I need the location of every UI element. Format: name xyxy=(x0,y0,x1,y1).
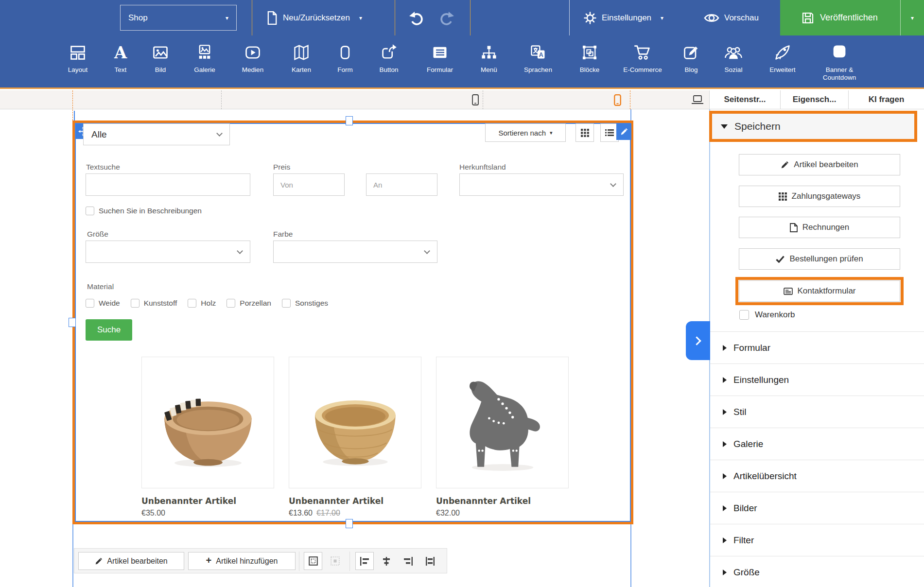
publish-dropdown-button[interactable]: ▾ xyxy=(901,0,924,35)
section-header-speichern[interactable]: Speichern xyxy=(709,111,917,142)
tool-image[interactable]: Bild xyxy=(137,43,184,74)
price-to-input[interactable]: An xyxy=(366,173,437,196)
preview-button[interactable]: Vorschau xyxy=(704,0,759,35)
category-select[interactable]: Alle xyxy=(83,123,230,145)
gray-horse-figurine-image xyxy=(447,367,558,479)
textsearch-input[interactable] xyxy=(86,173,250,196)
caret-right-icon xyxy=(723,537,727,543)
product-title: Unbenannter Artikel xyxy=(436,496,569,506)
tool-media[interactable]: Medien xyxy=(229,43,276,74)
sidebar-invoices-button[interactable]: Rechnungen xyxy=(739,217,900,238)
caret-right-icon xyxy=(723,409,727,415)
page-select-value: Shop xyxy=(128,13,148,23)
accordion-groesse[interactable]: Größe xyxy=(710,556,924,587)
resize-handle-left[interactable] xyxy=(69,318,76,327)
material-checkbox-kunststoff[interactable]: Kunststoff xyxy=(131,299,177,308)
sidebar-edit-items-button[interactable]: Artikel bearbeiten xyxy=(739,154,900,175)
sidebar-check-orders-button[interactable]: Bestellungen prüfen xyxy=(739,248,900,270)
caret-down-icon xyxy=(721,124,728,129)
accordion-artikeluebersicht[interactable]: Artikelübersicht xyxy=(710,460,924,492)
align-center-button[interactable] xyxy=(377,552,396,570)
caret-right-icon xyxy=(723,345,727,351)
color-select[interactable] xyxy=(273,241,437,263)
tab-ask-ai[interactable]: KI fragen xyxy=(848,90,924,109)
material-checkbox-weide[interactable]: Weide xyxy=(86,299,120,308)
edit-items-button[interactable]: Artikel bearbeiten xyxy=(78,552,184,570)
size-select[interactable] xyxy=(86,241,250,263)
panel-collapse-handle[interactable] xyxy=(686,321,710,360)
undo-button[interactable] xyxy=(405,9,426,27)
publish-label: Veröffentlichen xyxy=(820,13,878,23)
sidebar-payment-gateways-button[interactable]: Zahlungsgateways xyxy=(739,186,900,207)
align-justify-button[interactable] xyxy=(421,552,439,570)
material-label: Material xyxy=(87,282,114,291)
checkbox-icon xyxy=(86,207,94,215)
tool-blog[interactable]: Blog xyxy=(668,43,715,74)
material-checkbox-sonstiges[interactable]: Sonstiges xyxy=(282,299,328,308)
contact-form-icon xyxy=(784,288,793,295)
accordion-einstellungen[interactable]: Einstellungen xyxy=(710,363,924,396)
save-icon xyxy=(802,12,814,24)
tool-banner-countdown[interactable]: Banner & Countdown xyxy=(812,43,867,81)
chevron-down-icon: ▾ xyxy=(226,15,228,21)
product-price: €13.60€17.00 xyxy=(289,509,421,518)
tool-menu[interactable]: Menü xyxy=(466,43,512,74)
accordion-bilder[interactable]: Bilder xyxy=(710,492,924,524)
material-checkbox-porzellan[interactable]: Porzellan xyxy=(227,299,271,308)
page-select[interactable]: Shop ▾ xyxy=(120,5,237,31)
accordion-formular[interactable]: Formular xyxy=(710,331,924,363)
mobile-breakpoint-icon[interactable] xyxy=(470,92,481,107)
product-card[interactable]: Unbenannter Artikel €35.00 xyxy=(141,357,274,518)
align-left-button[interactable] xyxy=(355,552,374,570)
tab-properties[interactable]: Eigensch... xyxy=(780,90,848,109)
tool-layout[interactable]: Layout xyxy=(54,43,101,74)
tool-languages[interactable]: A Sprachen xyxy=(515,43,561,74)
margin-toggle-button-disabled[interactable] xyxy=(326,552,344,570)
new-reset-label: Neu/Zurücksetzen xyxy=(283,13,350,23)
tool-blocks[interactable]: Blöcke xyxy=(566,43,613,74)
check-icon xyxy=(776,256,785,263)
origin-select[interactable] xyxy=(459,173,624,196)
textsearch-label: Textsuche xyxy=(86,163,120,172)
product-price: €32.00 xyxy=(436,509,569,518)
search-descriptions-checkbox[interactable]: Suchen Sie in Beschreibungen xyxy=(86,207,202,215)
blog-pencil-icon xyxy=(682,43,700,62)
tool-formular[interactable]: Formular xyxy=(417,43,463,74)
redo-icon xyxy=(440,10,455,26)
resize-handle-top[interactable] xyxy=(346,116,353,125)
tool-advanced[interactable]: Erweitert xyxy=(759,43,806,74)
shop-widget-selection[interactable]: Alle Sortieren nach ▾ Textsuche Suchen S… xyxy=(72,121,633,524)
redo-button[interactable] xyxy=(437,9,458,27)
add-item-button[interactable]: + Artikel hinzufügen xyxy=(188,552,296,570)
tool-form[interactable]: Form xyxy=(322,43,368,74)
product-card[interactable]: Unbenannter Artikel €13.60€17.00 xyxy=(289,357,421,518)
new-reset-button[interactable]: Neu/Zurücksetzen ▾ xyxy=(266,0,362,35)
tool-button[interactable]: Button xyxy=(366,43,412,74)
sidebar-contact-form-button[interactable]: Kontaktformular xyxy=(739,280,900,302)
price-from-input[interactable]: Von xyxy=(273,173,345,196)
accordion-filter[interactable]: Filter xyxy=(710,524,924,556)
tool-social[interactable]: Sozial xyxy=(710,43,757,74)
padding-toggle-button[interactable] xyxy=(304,552,322,570)
cart-icon xyxy=(633,43,652,62)
search-button[interactable]: Suche xyxy=(86,319,132,341)
mobile-breakpoint-active-icon[interactable] xyxy=(611,92,623,107)
edit-widget-button[interactable] xyxy=(616,123,631,140)
align-right-button[interactable] xyxy=(399,552,418,570)
sort-button[interactable]: Sortieren nach ▾ xyxy=(485,123,566,142)
resize-handle-bottom[interactable] xyxy=(346,519,353,528)
tool-ecommerce[interactable]: E-Commerce xyxy=(619,43,666,74)
material-checkbox-holz[interactable]: Holz xyxy=(188,299,216,308)
settings-button[interactable]: Einstellungen ▾ xyxy=(583,0,663,35)
desktop-breakpoint-icon[interactable] xyxy=(690,94,705,106)
accordion-stil[interactable]: Stil xyxy=(710,396,924,428)
product-card[interactable]: Unbenannter Artikel €32.00 xyxy=(436,357,569,518)
tool-gallery[interactable]: Galerie xyxy=(181,43,228,74)
accordion-galerie[interactable]: Galerie xyxy=(710,428,924,460)
publish-button[interactable]: Veröffentlichen xyxy=(802,0,878,35)
cart-checkbox[interactable]: Warenkorb xyxy=(739,310,795,320)
tool-maps[interactable]: Karten xyxy=(278,43,325,74)
grid-view-button[interactable] xyxy=(575,123,594,142)
color-label: Farbe xyxy=(273,230,293,239)
tab-page-structure[interactable]: Seitenstr... xyxy=(709,90,780,109)
